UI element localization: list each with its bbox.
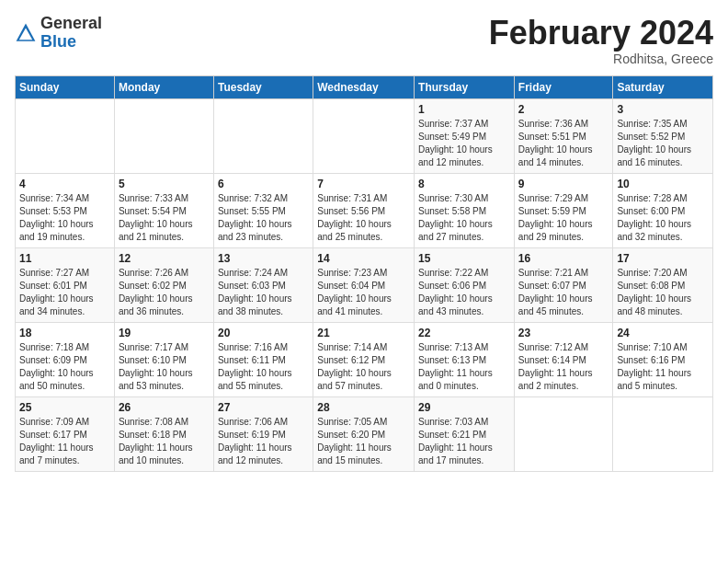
weekday-header-monday: Monday — [114, 75, 213, 98]
day-info: Sunrise: 7:08 AM Sunset: 6:18 PM Dayligh… — [119, 416, 210, 467]
day-number: 11 — [19, 252, 110, 265]
day-info: Sunrise: 7:30 AM Sunset: 5:58 PM Dayligh… — [418, 192, 510, 244]
day-number: 4 — [19, 178, 110, 190]
calendar-cell: 15Sunrise: 7:22 AM Sunset: 6:06 PM Dayli… — [415, 247, 515, 322]
day-number: 29 — [418, 401, 510, 414]
calendar-cell: 26Sunrise: 7:08 AM Sunset: 6:18 PM Dayli… — [114, 396, 213, 471]
weekday-header-tuesday: Tuesday — [213, 75, 313, 98]
day-info: Sunrise: 7:16 AM Sunset: 6:11 PM Dayligh… — [218, 341, 309, 393]
day-number: 1 — [418, 103, 510, 116]
calendar-cell: 23Sunrise: 7:12 AM Sunset: 6:14 PM Dayli… — [514, 322, 613, 396]
day-number: 3 — [617, 103, 709, 116]
day-number: 13 — [218, 252, 309, 265]
logo: General Blue — [15, 15, 102, 52]
calendar-cell: 28Sunrise: 7:05 AM Sunset: 6:20 PM Dayli… — [313, 396, 415, 471]
day-info: Sunrise: 7:23 AM Sunset: 6:04 PM Dayligh… — [317, 267, 410, 318]
calendar-cell: 18Sunrise: 7:18 AM Sunset: 6:09 PM Dayli… — [16, 322, 115, 396]
calendar-cell: 7Sunrise: 7:31 AM Sunset: 5:56 PM Daylig… — [313, 173, 415, 247]
day-number: 6 — [218, 178, 309, 190]
day-info: Sunrise: 7:26 AM Sunset: 6:02 PM Dayligh… — [119, 267, 210, 318]
logo-general-text: General — [40, 14, 102, 32]
day-number: 16 — [518, 252, 609, 265]
calendar-cell: 25Sunrise: 7:09 AM Sunset: 6:17 PM Dayli… — [16, 396, 115, 471]
day-info: Sunrise: 7:21 AM Sunset: 6:07 PM Dayligh… — [518, 267, 609, 318]
day-info: Sunrise: 7:09 AM Sunset: 6:17 PM Dayligh… — [19, 416, 110, 467]
calendar-cell: 21Sunrise: 7:14 AM Sunset: 6:12 PM Dayli… — [313, 322, 415, 396]
day-number: 15 — [418, 252, 510, 265]
day-info: Sunrise: 7:36 AM Sunset: 5:51 PM Dayligh… — [518, 118, 609, 169]
calendar-cell — [16, 98, 115, 173]
day-number: 26 — [119, 401, 210, 414]
day-number: 7 — [317, 178, 410, 190]
day-number: 28 — [317, 401, 410, 414]
calendar-cell — [313, 98, 415, 173]
calendar-cell: 11Sunrise: 7:27 AM Sunset: 6:01 PM Dayli… — [16, 247, 115, 322]
calendar-cell: 24Sunrise: 7:10 AM Sunset: 6:16 PM Dayli… — [613, 322, 713, 396]
calendar-cell: 16Sunrise: 7:21 AM Sunset: 6:07 PM Dayli… — [514, 247, 613, 322]
day-number: 20 — [218, 327, 309, 339]
calendar-cell: 20Sunrise: 7:16 AM Sunset: 6:11 PM Dayli… — [213, 322, 313, 396]
day-number: 24 — [617, 327, 709, 339]
calendar-cell: 9Sunrise: 7:29 AM Sunset: 5:59 PM Daylig… — [514, 173, 613, 247]
calendar-cell — [213, 98, 313, 173]
day-number: 14 — [317, 252, 410, 265]
calendar-cell — [114, 98, 213, 173]
day-info: Sunrise: 7:06 AM Sunset: 6:19 PM Dayligh… — [218, 416, 309, 467]
day-info: Sunrise: 7:10 AM Sunset: 6:16 PM Dayligh… — [617, 341, 709, 393]
week-row-1: 1Sunrise: 7:37 AM Sunset: 5:49 PM Daylig… — [16, 98, 713, 173]
calendar-cell — [514, 396, 613, 471]
day-info: Sunrise: 7:03 AM Sunset: 6:21 PM Dayligh… — [418, 416, 510, 467]
day-number: 25 — [19, 401, 110, 414]
week-row-5: 25Sunrise: 7:09 AM Sunset: 6:17 PM Dayli… — [16, 396, 713, 471]
day-info: Sunrise: 7:24 AM Sunset: 6:03 PM Dayligh… — [218, 267, 309, 318]
calendar-cell: 22Sunrise: 7:13 AM Sunset: 6:13 PM Dayli… — [415, 322, 515, 396]
calendar-cell: 27Sunrise: 7:06 AM Sunset: 6:19 PM Dayli… — [213, 396, 313, 471]
calendar-cell: 17Sunrise: 7:20 AM Sunset: 6:08 PM Dayli… — [613, 247, 713, 322]
title-section: February 2024 Rodhitsa, Greece — [489, 15, 713, 66]
calendar-cell: 29Sunrise: 7:03 AM Sunset: 6:21 PM Dayli… — [415, 396, 515, 471]
day-info: Sunrise: 7:05 AM Sunset: 6:20 PM Dayligh… — [317, 416, 410, 467]
month-title: February 2024 — [489, 15, 713, 52]
day-info: Sunrise: 7:13 AM Sunset: 6:13 PM Dayligh… — [418, 341, 510, 393]
weekday-header-friday: Friday — [514, 75, 613, 98]
calendar-cell — [613, 396, 713, 471]
calendar-table: SundayMondayTuesdayWednesdayThursdayFrid… — [15, 75, 713, 472]
page-header: General Blue February 2024 Rodhitsa, Gre… — [15, 15, 713, 66]
calendar-cell: 2Sunrise: 7:36 AM Sunset: 5:51 PM Daylig… — [514, 98, 613, 173]
day-number: 5 — [119, 178, 210, 190]
day-info: Sunrise: 7:31 AM Sunset: 5:56 PM Dayligh… — [317, 192, 410, 244]
week-row-4: 18Sunrise: 7:18 AM Sunset: 6:09 PM Dayli… — [16, 322, 713, 396]
calendar-cell: 1Sunrise: 7:37 AM Sunset: 5:49 PM Daylig… — [415, 98, 515, 173]
day-number: 10 — [617, 178, 709, 190]
calendar-cell: 8Sunrise: 7:30 AM Sunset: 5:58 PM Daylig… — [415, 173, 515, 247]
weekday-header-thursday: Thursday — [415, 75, 515, 98]
calendar-cell: 14Sunrise: 7:23 AM Sunset: 6:04 PM Dayli… — [313, 247, 415, 322]
calendar-cell: 5Sunrise: 7:33 AM Sunset: 5:54 PM Daylig… — [114, 173, 213, 247]
day-info: Sunrise: 7:12 AM Sunset: 6:14 PM Dayligh… — [518, 341, 609, 393]
logo-icon — [15, 22, 37, 44]
day-info: Sunrise: 7:28 AM Sunset: 6:00 PM Dayligh… — [617, 192, 709, 244]
day-number: 21 — [317, 327, 410, 339]
day-info: Sunrise: 7:20 AM Sunset: 6:08 PM Dayligh… — [617, 267, 709, 318]
day-info: Sunrise: 7:14 AM Sunset: 6:12 PM Dayligh… — [317, 341, 410, 393]
day-info: Sunrise: 7:32 AM Sunset: 5:55 PM Dayligh… — [218, 192, 309, 244]
day-number: 22 — [418, 327, 510, 339]
weekday-header-wednesday: Wednesday — [313, 75, 415, 98]
day-info: Sunrise: 7:22 AM Sunset: 6:06 PM Dayligh… — [418, 267, 510, 318]
calendar-cell: 4Sunrise: 7:34 AM Sunset: 5:53 PM Daylig… — [16, 173, 115, 247]
day-info: Sunrise: 7:35 AM Sunset: 5:52 PM Dayligh… — [617, 118, 709, 169]
weekday-header-saturday: Saturday — [613, 75, 713, 98]
day-info: Sunrise: 7:37 AM Sunset: 5:49 PM Dayligh… — [418, 118, 510, 169]
calendar-cell: 13Sunrise: 7:24 AM Sunset: 6:03 PM Dayli… — [213, 247, 313, 322]
location-subtitle: Rodhitsa, Greece — [489, 52, 713, 66]
day-info: Sunrise: 7:33 AM Sunset: 5:54 PM Dayligh… — [119, 192, 210, 244]
logo-blue-text: Blue — [40, 32, 76, 51]
day-info: Sunrise: 7:34 AM Sunset: 5:53 PM Dayligh… — [19, 192, 110, 244]
weekday-header-sunday: Sunday — [16, 75, 115, 98]
day-number: 2 — [518, 103, 609, 116]
calendar-cell: 10Sunrise: 7:28 AM Sunset: 6:00 PM Dayli… — [613, 173, 713, 247]
day-number: 8 — [418, 178, 510, 190]
day-number: 27 — [218, 401, 309, 414]
day-number: 19 — [119, 327, 210, 339]
calendar-cell: 3Sunrise: 7:35 AM Sunset: 5:52 PM Daylig… — [613, 98, 713, 173]
